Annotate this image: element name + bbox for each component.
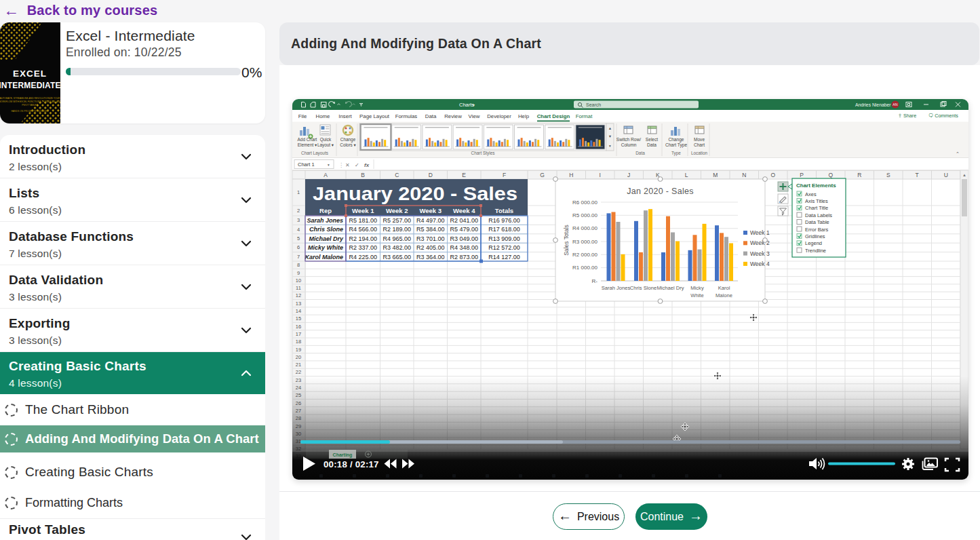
svg-text:INTERMEDIATE: INTERMEDIATE [0, 81, 60, 90]
svg-text:WORKFLOW WITH EXCEL FUNCTIONS,: WORKFLOW WITH EXCEL FUNCTIONS, FORMULAS,… [0, 100, 60, 103]
svg-text:HANDS ON PROJECTS INCLUDED: HANDS ON PROJECTS INCLUDED [11, 110, 49, 113]
svg-text:AUTOMATE, STREAMLINE,AND REVOL: AUTOMATE, STREAMLINE,AND REVOLUTIONIZE Y… [0, 97, 60, 100]
svg-text:Charting: Charting [333, 452, 353, 458]
svg-text:PIVOT TABLES: PIVOT TABLES [22, 104, 38, 107]
svg-text:EXCEL: EXCEL [13, 69, 47, 79]
svg-text:00:18 / 02:17: 00:18 / 02:17 [324, 459, 379, 469]
